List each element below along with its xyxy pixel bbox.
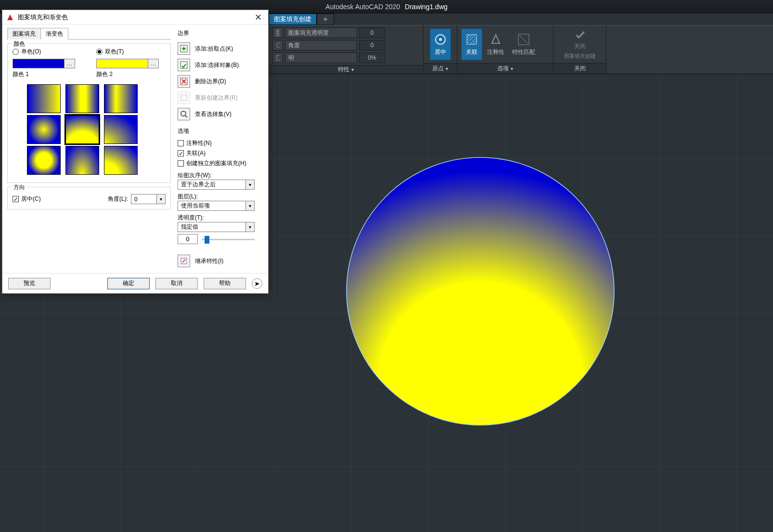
match-properties-button[interactable]: 特性匹配	[509, 28, 538, 60]
magnifier-icon	[180, 110, 188, 118]
gradient-pattern-3[interactable]	[104, 84, 138, 113]
remove-icon	[180, 78, 188, 85]
panel-title-close: 关闭	[554, 63, 606, 74]
dialog-titlebar[interactable]: 图案填充和渐变色 ✕	[2, 10, 268, 25]
view-selection-button[interactable]	[178, 108, 190, 120]
angle-field[interactable]: 角度	[285, 40, 357, 51]
two-color-radio[interactable]: 双色(T)	[96, 48, 166, 56]
boundary-legend: 边界	[178, 29, 263, 38]
color1-picker-button[interactable]: ...	[64, 59, 75, 68]
color1-label: 颜色 1	[13, 70, 82, 78]
chevron-down-icon: ▾	[156, 195, 165, 204]
svg-rect-2	[277, 55, 280, 60]
select-icon	[180, 61, 188, 69]
recreate-icon	[180, 94, 188, 102]
gradient-pattern-9[interactable]	[104, 146, 138, 175]
add-select-objects-button[interactable]	[178, 59, 190, 71]
annotative-checkbox[interactable]: 注释性(N)	[178, 139, 212, 147]
angle-value[interactable]: 0	[359, 40, 385, 51]
chevron-down-icon: ▾	[351, 67, 354, 72]
plus-icon	[323, 17, 328, 22]
ribbon: 图案填充透明度 0 角度 0 明 0% 特性▾	[269, 25, 773, 74]
close-hatch-creation-button[interactable]: 关闭 图案填充创建	[560, 28, 600, 60]
tab-gradient[interactable]: 渐变色	[40, 28, 68, 39]
gradient-pattern-8[interactable]	[65, 146, 99, 175]
svg-point-1	[277, 43, 280, 48]
origin-center-button[interactable]: 居中	[430, 28, 451, 60]
app-title: Autodesk AutoCAD 2020	[325, 3, 400, 11]
plus-icon	[180, 45, 188, 52]
color1-swatch[interactable]	[13, 59, 64, 68]
chevron-down-icon: ▾	[511, 66, 513, 71]
gradient-pattern-7[interactable]	[27, 146, 61, 175]
hatch-icon	[465, 33, 478, 46]
ok-button[interactable]: 确定	[107, 278, 150, 289]
brightness-value[interactable]: 0%	[359, 52, 385, 63]
layer-combo[interactable]: 使用当前项▾	[178, 201, 255, 211]
inherit-properties-button[interactable]	[178, 255, 190, 267]
dialog-footer: 预览 确定 取消 帮助 ➤	[2, 273, 268, 293]
transparency-slider[interactable]	[202, 235, 255, 244]
gradient-circle[interactable]	[347, 157, 614, 425]
chevron-down-icon: ▾	[446, 66, 448, 71]
transparency-value[interactable]: 0	[359, 27, 385, 38]
dialog-title: 图案填充和渐变色	[18, 13, 68, 22]
check-icon	[573, 29, 587, 40]
color2-picker-button[interactable]: ...	[148, 59, 159, 68]
gradient-pattern-5[interactable]	[65, 115, 99, 144]
remove-boundary-button[interactable]	[178, 75, 190, 88]
panel-title-options[interactable]: 选项▾	[457, 63, 553, 74]
single-color-radio[interactable]: 单色(O)	[13, 48, 82, 56]
transparency-number-input[interactable]	[178, 234, 198, 244]
panel-title-origin[interactable]: 原点▾	[424, 63, 457, 74]
angle-label: 角度(L):	[108, 195, 128, 203]
start-tab[interactable]	[317, 13, 334, 25]
separate-hatch-checkbox[interactable]: 创建独立的图案填充(H)	[178, 159, 246, 168]
layer-label: 图层(L):	[178, 193, 263, 201]
grid-icon[interactable]	[272, 27, 283, 38]
chevron-down-icon: ▾	[245, 201, 254, 210]
ribbon-tab-hatch-create[interactable]: 图案填充创建	[269, 13, 317, 25]
transparency-field[interactable]: 图案填充透明度	[285, 27, 357, 38]
color2-swatch[interactable]	[96, 59, 148, 68]
color-legend: 颜色	[12, 40, 27, 48]
transparency-mode-combo[interactable]: 指定值▾	[178, 222, 255, 232]
cancel-button[interactable]: 取消	[155, 278, 198, 289]
target-icon	[434, 33, 447, 46]
recreate-boundary-button	[178, 91, 190, 104]
preview-button[interactable]: 预览	[8, 278, 51, 289]
brightness-icon[interactable]	[272, 52, 283, 63]
autocad-logo-icon	[6, 13, 14, 21]
gradient-pattern-6[interactable]	[104, 115, 138, 144]
inherit-icon	[180, 257, 188, 265]
svg-point-4	[439, 38, 442, 41]
svg-point-27	[181, 111, 186, 116]
dialog-close-button[interactable]: ✕	[252, 11, 264, 24]
add-pick-points-button[interactable]	[178, 42, 190, 55]
chevron-down-icon: ▾	[245, 180, 254, 189]
panel-title-properties[interactable]: 特性▾	[269, 65, 423, 74]
draw-order-combo[interactable]: 置于边界之后▾	[178, 180, 255, 190]
direction-fieldset: 方向 居中(C) 角度(L): 0▾	[7, 187, 171, 209]
draw-order-label: 绘图次序(W):	[178, 171, 263, 180]
angle-icon[interactable]	[272, 40, 283, 51]
options-legend: 选项	[178, 127, 263, 135]
chevron-down-icon: ▾	[245, 222, 254, 232]
gradient-pattern-1[interactable]	[27, 84, 61, 113]
gradient-pattern-grid	[27, 84, 166, 175]
gradient-pattern-2[interactable]	[65, 84, 99, 113]
gradient-pattern-4[interactable]	[27, 115, 61, 144]
transparency-label: 透明度(T):	[178, 214, 263, 222]
help-button[interactable]: 帮助	[204, 278, 246, 289]
expand-dialog-button[interactable]: ➤	[252, 278, 262, 289]
dialog-tabs: 图案填充 渐变色	[7, 27, 171, 39]
annotative-button[interactable]: 注释性	[485, 28, 506, 60]
direction-legend: 方向	[12, 183, 27, 192]
associative-checkbox[interactable]: 关联(A)	[178, 149, 206, 157]
angle-combo[interactable]: 0▾	[131, 194, 166, 204]
center-checkbox[interactable]: 居中(C)	[13, 195, 41, 203]
tab-hatch[interactable]: 图案填充	[7, 28, 41, 39]
associative-button[interactable]: 关联	[461, 28, 482, 60]
brightness-field[interactable]: 明	[285, 52, 357, 63]
hatch-gradient-dialog: 图案填充和渐变色 ✕ 图案填充 渐变色 颜色 单色(O) ... 颜	[2, 10, 269, 294]
